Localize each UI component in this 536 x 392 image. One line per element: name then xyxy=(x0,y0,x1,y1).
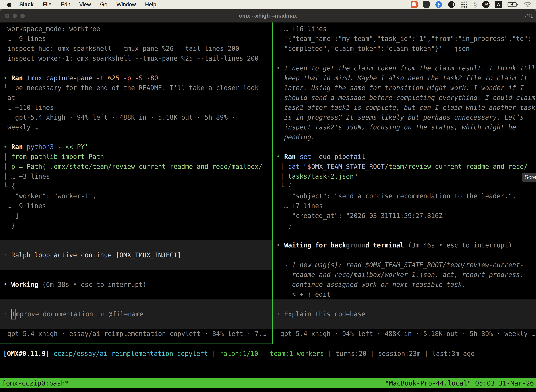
text-segment: • xyxy=(4,143,11,151)
terminal-line: inspect_hud: omx sparkshell --tmux-pane … xyxy=(0,44,273,54)
screen: { "menu_bar": { "app_name": "Slack", "it… xyxy=(0,0,536,392)
text-segment: │ xyxy=(4,163,11,170)
terminal-line: … +9 lines xyxy=(0,34,273,44)
prompt-input[interactable]: › Improve documentation in @filename xyxy=(0,299,273,329)
terminal-line: • I need to get the claim token from the… xyxy=(273,63,536,73)
text-segment: ↳ 1 new msg(s): read $OMX_TEAM_STATE_ROO… xyxy=(277,261,524,269)
terminal-line: is in progress? It seems likely but perh… xyxy=(273,112,536,122)
menu-item-view[interactable]: View xyxy=(79,1,91,8)
text-segment: { xyxy=(11,182,15,190)
terminal-line: gpt-5.4 xhigh · 94% left · 488K in · 5.1… xyxy=(273,329,536,339)
menu-item-window[interactable]: Window xyxy=(116,1,136,8)
menu-item-go[interactable]: Go xyxy=(100,1,107,8)
shield-grid-icon[interactable] xyxy=(423,1,430,9)
terminal-line: │ from pathlib import Path xyxy=(0,152,273,162)
terminal-line: • Ran tmux capture-pane -t %25 -p -S -80 xyxy=(0,73,273,83)
text-segment: d terminal xyxy=(365,242,404,249)
terminal-pane-left[interactable]: workspace_mode: worktree … +9 lines insp… xyxy=(0,23,273,344)
text-segment: … +3 lines xyxy=(11,173,50,180)
omx-status-line: [OMX#0.11.9] cczip/essay/ai-reimplementa… xyxy=(0,349,536,359)
text-segment: cat xyxy=(288,163,304,170)
text-segment: at xyxy=(4,94,15,102)
terminal-line xyxy=(273,231,536,240)
text-segment: Ran xyxy=(11,143,27,151)
terminal-line: • Ran set -euo pipefail xyxy=(273,152,536,162)
text-segment: "subject": "send a concise recommendatio… xyxy=(277,192,516,200)
text-segment: tasks/task-2.json xyxy=(288,173,354,180)
text-segment: pending. xyxy=(277,133,315,141)
text-segment: } xyxy=(277,222,292,229)
text-segment: … +7 lines xyxy=(277,202,323,210)
dots-grid-icon[interactable] xyxy=(460,1,468,8)
inject-banner[interactable]: › Ralph loop active continue [OMX_TMUX_I… xyxy=(0,240,273,270)
text-segment: team:1 workers xyxy=(270,350,324,357)
terminal-line: "worker": "worker-1", xyxy=(0,191,273,201)
terminal-line xyxy=(0,63,273,73)
pane-divider[interactable] xyxy=(273,23,273,344)
text-segment: gpt-5.4 xhigh · 94% left · 488K in · 5.1… xyxy=(4,114,235,121)
text-segment: └ xyxy=(4,84,7,92)
pane-border-left-bottom xyxy=(0,344,273,344)
chat-bubble-icon[interactable] xyxy=(411,1,418,8)
text-segment: weekly … xyxy=(4,123,38,131)
text-segment: capture-pane xyxy=(46,74,96,82)
text-segment: gpt-5.4 xhigh · essay/ai-reimplementatio… xyxy=(4,330,266,338)
text-segment: • xyxy=(277,65,284,72)
menu-item-file[interactable]: File xyxy=(43,1,52,8)
terminal-line: pending. xyxy=(273,132,536,142)
terminal-line: … +7 lines xyxy=(273,201,536,211)
text-segment: workspace_mode: worktree xyxy=(4,25,100,33)
window-title: omx --xhigh --madmax xyxy=(0,13,536,19)
terminal-line: • Working (6m 38s • esc to interrupt) xyxy=(0,280,273,289)
badge-61-icon[interactable]: ..61 xyxy=(482,1,490,8)
terminal-line: "created_at": "2026-03-31T11:59:27.816Z" xyxy=(273,211,536,221)
menu-item-help[interactable]: Help xyxy=(145,1,156,8)
terminal-pane-right[interactable]: … +16 lines '{"team_name":"my-team","tas… xyxy=(273,23,536,344)
crescent-circle-icon[interactable] xyxy=(448,1,455,8)
terminal-line: } xyxy=(273,221,536,231)
text-segment: turns:20 xyxy=(335,350,366,357)
menu-item-edit[interactable]: Edit xyxy=(61,1,70,8)
terminal-line: weekly … xyxy=(0,122,273,132)
squiggle-icon[interactable]: § xyxy=(473,1,477,8)
menu-app-name[interactable]: Slack xyxy=(19,1,34,8)
terminal-line: │ p = Path('.omx/state/team/review-curre… xyxy=(0,162,273,172)
text-segment: mprove documentation in @filename xyxy=(16,309,143,319)
menu-bar: Slack File Edit View Go Window Help § ..… xyxy=(0,0,536,9)
text-segment: └ xyxy=(4,182,11,190)
text-segment: Waiting for back xyxy=(284,242,346,249)
wifi-icon[interactable] xyxy=(524,2,532,8)
text-segment: $ xyxy=(307,163,311,170)
text-segment: be necessary for the end of the README. … xyxy=(7,84,258,92)
battery-icon[interactable] xyxy=(507,2,518,7)
text-segment: ] xyxy=(4,212,19,219)
text-segment: cczip/essay/ai-reimplementation-copyleft xyxy=(53,350,208,357)
terminal-line: task2 after task1 is complete, but can I… xyxy=(273,103,536,112)
menu-status-icons: § ..61 A xyxy=(411,0,532,9)
tmux-host-clock-label: "MacBook-Pro-44.local" 05:03 31-Mar-26 xyxy=(385,379,534,387)
text-segment: │ xyxy=(4,153,11,160)
apple-icon[interactable] xyxy=(7,1,12,8)
terminal-line xyxy=(0,132,273,142)
input-source-icon[interactable]: A xyxy=(495,1,502,8)
text-segment: | xyxy=(324,350,335,357)
text-segment: "created_at": "2026-03-31T11:59:27.816Z" xyxy=(277,212,446,219)
text-segment: … +9 lines xyxy=(4,35,46,42)
terminal-line xyxy=(0,270,273,280)
blue-bolt-icon[interactable] xyxy=(435,1,443,9)
text-segment: /team/review-current-readme-and-reco/ xyxy=(385,163,527,170)
terminal-line: at xyxy=(0,93,273,103)
terminal-line: readme-and-reco/mailbox/worker-1.json, a… xyxy=(273,270,536,280)
terminal-line: keep that in mind. Maybe I also need the… xyxy=(273,73,536,83)
terminal-line: workspace_mode: worktree xyxy=(0,24,273,34)
tmux-status-bar: [omx-cczip0:bash* "MacBook-Pro-44.local"… xyxy=(0,378,536,388)
screen-overlay-button[interactable]: Scre xyxy=(522,173,536,182)
text-segment: • xyxy=(4,281,11,288)
text-segment: • xyxy=(277,153,284,160)
text-segment: Ran xyxy=(11,74,27,82)
text-segment: Ran xyxy=(284,153,300,160)
prompt-input[interactable]: › Explain this codebase xyxy=(273,299,536,329)
text-cursor: I xyxy=(11,309,16,319)
text-segment: "completed","claim_token":"claim-token"}… xyxy=(277,45,470,52)
text-segment: Working xyxy=(11,281,38,288)
